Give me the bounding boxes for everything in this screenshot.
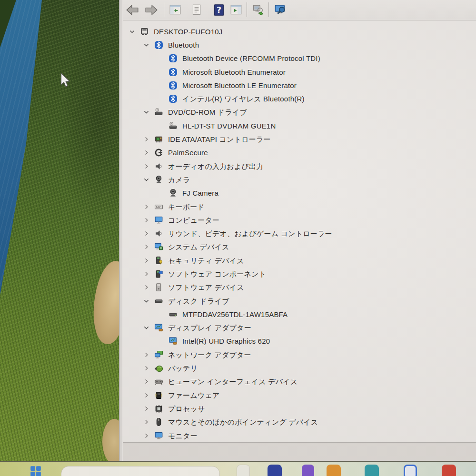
tree-item[interactable]: ネットワーク アダプター (123, 348, 476, 361)
tree-item[interactable]: DESKTOP-FUFO10J (123, 25, 476, 38)
tree-item-label: サウンド、ビデオ、およびゲーム コントローラー (168, 230, 332, 237)
camera-icon (169, 188, 178, 198)
chevron-right-icon[interactable] (143, 378, 154, 386)
tree-item[interactable]: オーディオの入力および出力 (123, 159, 476, 173)
chevron-down-icon[interactable] (143, 176, 154, 183)
tree-item[interactable]: モニター (123, 429, 476, 442)
battery-icon (154, 364, 164, 373)
device-tree: DESKTOP-FUFO10JBluetoothBluetooth Device… (123, 20, 476, 443)
app-icon-light[interactable] (237, 465, 250, 476)
tree-item-label: ディスプレイ アダプター (168, 324, 251, 331)
tree-item[interactable]: ソフトウェア デバイス (123, 281, 476, 294)
bluetooth-icon (154, 40, 164, 50)
tree-item-label: Microsoft Bluetooth LE Enumerator (182, 82, 297, 89)
tree-item[interactable]: ヒューマン インターフェイス デバイス (123, 375, 476, 388)
action-pane-button[interactable] (228, 2, 245, 18)
tree-item[interactable]: Intel(R) UHD Graphics 620 (123, 335, 476, 348)
tree-item[interactable]: Bluetooth Device (RFCOMM Protocol TDI) (123, 52, 476, 65)
tree-item[interactable]: システム デバイス (123, 240, 476, 254)
app-icon-navy[interactable] (268, 465, 282, 476)
tree-item-label: カメラ (168, 176, 190, 183)
tree-item[interactable]: DVD/CD-ROM ドライブ (123, 106, 476, 119)
mouse-cursor-icon (60, 73, 71, 89)
app-icon-purple[interactable] (302, 465, 314, 476)
chevron-right-icon[interactable] (143, 418, 154, 426)
tree-item[interactable]: インテル(R) ワイヤレス Bluetooth(R) (123, 92, 476, 105)
tree-item[interactable]: Microsoft Bluetooth LE Enumerator (123, 79, 476, 92)
tree-item[interactable]: マウスとそのほかのポインティング デバイス (123, 416, 476, 429)
tree-item-label: プロセッサ (168, 405, 205, 412)
chevron-right-icon[interactable] (143, 230, 154, 238)
tree-item[interactable]: Bluetooth (123, 38, 476, 51)
chevron-down-icon[interactable] (143, 109, 154, 116)
tree-item[interactable]: IDE ATA/ATAPI コントローラー (123, 132, 476, 146)
chevron-right-icon[interactable] (143, 257, 154, 264)
tree-item-label: PalmSecure (168, 149, 208, 156)
tree-item[interactable]: コンピューター (123, 213, 476, 227)
scan-hardware-button[interactable] (249, 2, 267, 18)
device-manager-window: ? DESKTOP-FUFO10JBluetoothBluetooth Devi… (119, 0, 476, 462)
tree-item[interactable]: ファームウェア (123, 388, 476, 402)
chevron-right-icon[interactable] (143, 243, 154, 251)
chevron-right-icon[interactable] (143, 270, 154, 278)
tree-item[interactable]: バッテリ (123, 361, 476, 375)
chevron-right-icon[interactable] (143, 203, 154, 210)
tree-item[interactable]: ディスク ドライブ (123, 294, 476, 307)
forward-button[interactable] (143, 2, 160, 18)
app-icon-red[interactable] (442, 465, 456, 476)
search-box[interactable] (61, 466, 220, 476)
app-icon-teal[interactable] (365, 465, 379, 476)
tree-item[interactable]: サウンド、ビデオ、およびゲーム コントローラー (123, 227, 476, 240)
ide-controller-icon (154, 135, 164, 144)
chevron-down-icon[interactable] (143, 324, 154, 332)
app-icon-frame[interactable] (404, 465, 417, 476)
chevron-right-icon[interactable] (143, 284, 154, 291)
tree-item[interactable]: ディスプレイ アダプター (123, 321, 476, 335)
computer-root-icon (140, 27, 150, 36)
screen: ? DESKTOP-FUFO10JBluetoothBluetooth Devi… (0, 0, 476, 476)
chevron-right-icon[interactable] (143, 351, 154, 358)
chevron-down-icon[interactable] (129, 28, 140, 35)
tree-item[interactable]: HL-DT-ST DVDRAM GUE1N (123, 119, 476, 132)
toolbar-separator (247, 2, 247, 17)
chevron-spacer (157, 55, 169, 62)
chevron-right-icon[interactable] (143, 405, 154, 412)
chevron-down-icon[interactable] (143, 41, 154, 49)
app-icon-orange[interactable] (327, 465, 341, 476)
properties-button[interactable] (188, 2, 205, 18)
chevron-right-icon[interactable] (143, 136, 154, 143)
console-tree-button[interactable] (167, 2, 184, 18)
tree-item[interactable]: キーボード (123, 200, 476, 213)
chevron-right-icon[interactable] (143, 365, 154, 372)
disk-drive-icon (154, 297, 164, 306)
tree-item[interactable]: PalmSecure (123, 146, 476, 159)
tree-item-label: ヒューマン インターフェイス デバイス (168, 378, 298, 385)
chevron-right-icon[interactable] (143, 216, 154, 224)
tree-item[interactable]: MTFDDAV256TDL-1AW15ABFA (123, 307, 476, 321)
tree-item-label: DESKTOP-FUFO10J (154, 28, 222, 35)
start-icon[interactable] (30, 465, 42, 476)
search-devices-button[interactable] (272, 2, 289, 18)
bluetooth-icon (169, 68, 178, 77)
tree-item[interactable]: FJ Camera (123, 187, 476, 200)
security-device-icon (154, 256, 164, 265)
back-button[interactable] (124, 2, 141, 18)
chevron-right-icon[interactable] (143, 432, 154, 439)
software-device-icon (154, 283, 164, 292)
tree-item[interactable]: プロセッサ (123, 402, 476, 415)
chevron-right-icon[interactable] (143, 162, 154, 170)
tree-item-label: DVD/CD-ROM ドライブ (168, 109, 247, 116)
chevron-spacer (157, 81, 169, 89)
chevron-right-icon[interactable] (143, 391, 154, 399)
chevron-right-icon[interactable] (143, 149, 154, 157)
system-device-icon (154, 242, 164, 251)
chevron-spacer (157, 337, 169, 345)
tree-item[interactable]: セキュリティ デバイス (123, 254, 476, 267)
tree-item[interactable]: カメラ (123, 173, 476, 186)
chevron-down-icon[interactable] (143, 297, 154, 305)
tree-item-label: Bluetooth (168, 41, 199, 49)
desktop-wallpaper (0, 0, 119, 462)
help-button[interactable]: ? (210, 2, 228, 18)
tree-item[interactable]: Microsoft Bluetooth Enumerator (123, 65, 476, 79)
tree-item[interactable]: ソフトウェア コンポーネント (123, 267, 476, 280)
